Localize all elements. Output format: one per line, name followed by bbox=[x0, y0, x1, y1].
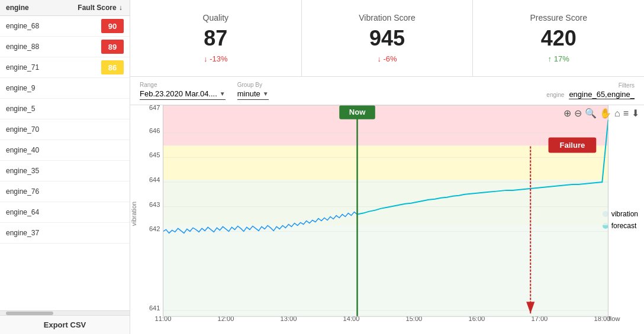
engine-row[interactable]: engine_8889 bbox=[0, 37, 130, 57]
engine-name: engine_88 bbox=[6, 43, 101, 51]
engine-name: engine_37 bbox=[6, 229, 101, 237]
engine-name: engine_40 bbox=[6, 146, 101, 154]
svg-text:vibration: vibration bbox=[130, 202, 137, 226]
engine-row[interactable]: engine_3780 bbox=[0, 223, 130, 244]
fault-score-badge: 83 bbox=[101, 102, 124, 116]
svg-rect-1 bbox=[163, 145, 608, 180]
engine-row[interactable]: engine_7083 bbox=[0, 119, 130, 140]
fault-score-badge: 89 bbox=[101, 40, 124, 54]
main-chart: 647 646 645 644 643 642 641 vibration 11… bbox=[130, 105, 644, 334]
metric-change: ↓ -6% bbox=[377, 54, 397, 63]
chart-area: ⊕ ⊖ 🔍 ✋ ⌂ ≡ ⬇ vibration forecast bbox=[130, 105, 644, 334]
fault-score-badge: 81 bbox=[101, 184, 124, 199]
metric-value: 945 bbox=[369, 26, 405, 51]
fault-score-badge: 80 bbox=[101, 226, 124, 240]
svg-text:646: 646 bbox=[149, 127, 160, 134]
metric-label: Quality bbox=[203, 13, 229, 22]
horizontal-scrollbar[interactable] bbox=[0, 310, 130, 315]
col-engine-header: engine bbox=[6, 4, 76, 12]
metric-label: Pressure Score bbox=[530, 13, 587, 22]
now-label-text: Now bbox=[349, 108, 366, 116]
metric-change: ↑ 17% bbox=[548, 54, 569, 63]
groupby-label: Group By bbox=[237, 82, 269, 88]
home-icon[interactable]: ⌂ bbox=[614, 108, 620, 119]
chart-toolbar: ⊕ ⊖ 🔍 ✋ ⌂ ≡ ⬇ bbox=[564, 108, 639, 119]
range-dropdown-icon: ▼ bbox=[220, 90, 226, 97]
engine-row[interactable]: engine_7681 bbox=[0, 181, 130, 202]
engine-row[interactable]: engine_3581 bbox=[0, 161, 130, 181]
engine-name: engine_9 bbox=[6, 84, 101, 92]
engine-row[interactable]: engine_583 bbox=[0, 99, 130, 119]
svg-text:643: 643 bbox=[149, 201, 160, 208]
engine-name: engine_68 bbox=[6, 22, 101, 30]
metric-card: Pressure Score420↑ 17% bbox=[473, 0, 644, 76]
zoom-out-icon[interactable]: ⊖ bbox=[574, 108, 582, 119]
filters-label: Filters bbox=[619, 82, 635, 89]
svg-text:647: 647 bbox=[149, 105, 160, 111]
fault-score-badge: 80 bbox=[101, 205, 124, 219]
export-csv-button[interactable]: Export CSV bbox=[0, 315, 130, 334]
failure-label-text: Failure bbox=[559, 141, 585, 150]
pan-icon[interactable]: ✋ bbox=[600, 108, 611, 119]
zoom-in-icon[interactable]: ⊕ bbox=[564, 108, 571, 119]
engine-list: engine_6890engine_8889engine_7186engine_… bbox=[0, 16, 130, 310]
sort-desc-icon[interactable]: ↓ bbox=[119, 4, 123, 12]
metric-value: 87 bbox=[204, 26, 227, 51]
engine-name: engine_76 bbox=[6, 187, 101, 196]
metric-card: Vibration Score945↓ -6% bbox=[302, 0, 474, 76]
groupby-filter: Group By minute ▼ bbox=[237, 82, 269, 100]
col-score-header: Fault Score ↓ bbox=[76, 4, 124, 12]
metric-change: ↓ -13% bbox=[204, 54, 227, 63]
range-label: Range bbox=[140, 82, 226, 88]
range-select[interactable]: Feb.23.2020 Mar.04.... ▼ bbox=[140, 89, 226, 100]
svg-rect-3 bbox=[163, 225, 608, 317]
fault-score-badge: 82 bbox=[101, 143, 124, 157]
range-value: Feb.23.2020 Mar.04.... bbox=[140, 89, 217, 98]
engine-filter: Filters engine engine_65,engine_ bbox=[546, 82, 635, 99]
download-icon[interactable]: ⬇ bbox=[632, 108, 639, 119]
main-layout: engine Fault Score ↓ engine_6890engine_8… bbox=[0, 0, 644, 334]
search-icon[interactable]: 🔍 bbox=[585, 108, 597, 119]
groupby-dropdown-icon: ▼ bbox=[263, 90, 269, 97]
menu-icon[interactable]: ≡ bbox=[623, 108, 629, 119]
groupby-value: minute bbox=[237, 89, 260, 98]
table-header: engine Fault Score ↓ bbox=[0, 0, 130, 16]
svg-text:645: 645 bbox=[149, 151, 160, 158]
metrics-row: Quality87↓ -13%Vibration Score945↓ -6%Pr… bbox=[130, 0, 644, 77]
engine-name: engine_35 bbox=[6, 167, 101, 175]
groupby-select[interactable]: minute ▼ bbox=[237, 89, 269, 100]
fault-score-badge: 84 bbox=[101, 81, 124, 95]
fault-score-badge: 81 bbox=[101, 164, 124, 178]
engine-name: engine_5 bbox=[6, 105, 101, 113]
engine-row[interactable]: engine_4082 bbox=[0, 140, 130, 161]
right-panel: Quality87↓ -13%Vibration Score945↓ -6%Pr… bbox=[130, 0, 644, 334]
svg-rect-0 bbox=[163, 105, 608, 145]
engine-name: engine_71 bbox=[6, 63, 101, 72]
fault-score-badge: 90 bbox=[101, 19, 124, 33]
left-panel: engine Fault Score ↓ engine_6890engine_8… bbox=[0, 0, 130, 334]
svg-text:flow: flow bbox=[608, 315, 620, 322]
engine-name: engine_70 bbox=[6, 125, 101, 134]
engine-row[interactable]: engine_6890 bbox=[0, 16, 130, 37]
svg-rect-2 bbox=[163, 180, 608, 225]
engine-row[interactable]: engine_984 bbox=[0, 78, 130, 99]
scrollbar-thumb[interactable] bbox=[6, 312, 53, 315]
metric-card: Quality87↓ -13% bbox=[130, 0, 302, 76]
filter-row: Range Feb.23.2020 Mar.04.... ▼ Group By … bbox=[130, 77, 644, 105]
fault-score-badge: 86 bbox=[101, 60, 124, 74]
svg-text:644: 644 bbox=[149, 176, 160, 183]
engine-row[interactable]: engine_7186 bbox=[0, 57, 130, 78]
svg-text:641: 641 bbox=[149, 304, 160, 312]
engine-filter-value: engine_65,engine_ bbox=[569, 90, 635, 99]
metric-value: 420 bbox=[541, 26, 577, 51]
metric-label: Vibration Score bbox=[359, 13, 415, 22]
engine-filter-label: engine bbox=[546, 92, 564, 98]
range-filter: Range Feb.23.2020 Mar.04.... ▼ bbox=[140, 82, 226, 100]
fault-score-badge: 83 bbox=[101, 122, 124, 137]
engine-row[interactable]: engine_6480 bbox=[0, 202, 130, 223]
svg-text:642: 642 bbox=[149, 225, 160, 232]
engine-name: engine_64 bbox=[6, 208, 101, 216]
